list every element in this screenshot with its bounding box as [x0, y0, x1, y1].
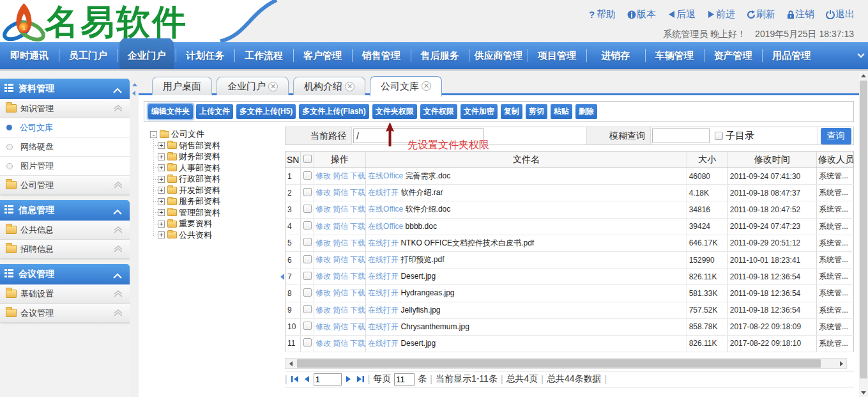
toolbar-button-多文件上传(Flash)[interactable]: 多文件上传(Flash) — [299, 104, 369, 119]
row-checkbox[interactable] — [303, 255, 312, 263]
op-link-修改[interactable]: 修改 — [316, 205, 331, 214]
op-link-下载[interactable]: 下载 — [350, 222, 365, 231]
op-link-简信[interactable]: 简信 — [333, 238, 348, 247]
vscroll-down-button[interactable] — [859, 388, 868, 397]
subdir-checkbox[interactable] — [715, 132, 723, 140]
hscroll-right-button[interactable] — [836, 359, 846, 368]
tab-公司文库[interactable]: 公司文库✕ — [370, 76, 442, 97]
quick-link-logout[interactable]: 注销 — [787, 8, 814, 20]
tab-close-icon[interactable]: ✕ — [268, 82, 278, 91]
op-link-下载[interactable]: 下载 — [350, 171, 365, 180]
sidebar-group-header-信息管理[interactable]: 信息管理 — [0, 200, 130, 221]
row-checkbox[interactable] — [303, 305, 312, 313]
tree-node-行政部资料[interactable]: +行政部资料 — [158, 174, 284, 185]
tree-node-管理部资料[interactable]: +管理部资料 — [158, 207, 284, 219]
next-page-button[interactable] — [345, 375, 353, 383]
tree-node-重要资料[interactable]: +重要资料 — [158, 219, 284, 230]
op-link-修改[interactable]: 修改 — [316, 272, 331, 281]
open-link[interactable]: 在线打开 — [368, 288, 399, 297]
tab-机构介绍[interactable]: 机构介绍✕ — [293, 77, 365, 95]
nav-item-员工门户[interactable]: 员工门户 — [59, 42, 118, 69]
nav-item-供应商管理[interactable]: 供应商管理 — [469, 42, 528, 69]
tree-node-销售部资料[interactable]: +销售部资料 — [158, 140, 284, 152]
toolbar-button-多文件上传(H5)[interactable]: 多文件上传(H5) — [236, 104, 296, 119]
op-link-简信[interactable]: 简信 — [333, 272, 348, 281]
toolbar-button-文件夹权限[interactable]: 文件夹权限 — [372, 104, 417, 119]
op-link-下载[interactable]: 下载 — [350, 238, 365, 247]
tree-node-公共资料[interactable]: +公共资料 — [158, 230, 284, 241]
first-page-button[interactable] — [291, 375, 300, 383]
nav-item-资产管理[interactable]: 资产管理 — [704, 42, 763, 69]
last-page-button[interactable] — [356, 375, 365, 383]
toolbar-button-剪切[interactable]: 剪切 — [526, 104, 547, 119]
page-size-input[interactable] — [394, 373, 415, 385]
tree-expand-icon[interactable]: + — [158, 198, 165, 205]
nav-item-工作流程[interactable]: 工作流程 — [234, 42, 293, 69]
open-link[interactable]: 在线Office — [368, 205, 403, 214]
row-checkbox[interactable] — [303, 272, 312, 280]
tree-expand-icon[interactable]: + — [158, 231, 165, 238]
sidebar-item-公司文库[interactable]: 公司文库 — [0, 118, 130, 137]
quick-link-refresh[interactable]: 刷新 — [747, 8, 775, 20]
toolbar-button-上传文件[interactable]: 上传文件 — [196, 104, 233, 119]
op-link-修改[interactable]: 修改 — [316, 322, 331, 331]
tree-node-人事部资料[interactable]: +人事部资料 — [158, 162, 284, 174]
tree-node-财务部资料[interactable]: +财务部资料 — [158, 152, 284, 163]
tree-expand-icon[interactable]: + — [158, 187, 165, 194]
sidebar-group-header-会议管理[interactable]: 会议管理 — [0, 264, 130, 284]
sidebar-splitter[interactable] — [130, 71, 139, 397]
vertical-scrollbar[interactable] — [859, 71, 868, 397]
op-link-简信[interactable]: 简信 — [333, 306, 348, 315]
quick-link-version[interactable]: 版本 — [627, 8, 656, 20]
quick-link-help[interactable]: ?帮助 — [588, 8, 616, 20]
open-link[interactable]: 在线打开 — [368, 255, 399, 264]
open-link[interactable]: 在线打开 — [368, 339, 399, 348]
op-link-下载[interactable]: 下载 — [350, 272, 365, 281]
toolbar-button-删除[interactable]: 删除 — [575, 104, 597, 119]
op-link-简信[interactable]: 简信 — [333, 188, 348, 197]
tab-close-icon[interactable]: ✕ — [422, 81, 431, 91]
tree-expand-icon[interactable]: + — [158, 153, 165, 160]
op-link-下载[interactable]: 下载 — [350, 205, 365, 214]
nav-item-企业门户[interactable]: 企业门户 — [118, 42, 176, 69]
row-checkbox[interactable] — [303, 188, 312, 196]
op-link-修改[interactable]: 修改 — [316, 188, 331, 197]
quick-link-exit[interactable]: 退出 — [826, 8, 855, 20]
op-link-简信[interactable]: 简信 — [333, 322, 348, 331]
toolbar-button-编辑文件夹[interactable]: 编辑文件夹 — [148, 104, 193, 119]
op-link-下载[interactable]: 下载 — [350, 188, 365, 197]
tree-node-服务部资料[interactable]: +服务部资料 — [158, 196, 284, 208]
op-link-修改[interactable]: 修改 — [316, 238, 331, 247]
select-all-checkbox[interactable] — [303, 155, 312, 163]
row-checkbox[interactable] — [303, 238, 312, 246]
op-link-修改[interactable]: 修改 — [316, 288, 331, 297]
sidebar-item-网络硬盘[interactable]: 网络硬盘 — [0, 137, 130, 157]
query-button[interactable]: 查询 — [821, 128, 851, 144]
open-link[interactable]: 在线打开 — [368, 188, 399, 197]
op-link-下载[interactable]: 下载 — [350, 339, 365, 348]
op-link-简信[interactable]: 简信 — [333, 205, 348, 214]
open-link[interactable]: 在线打开 — [368, 272, 399, 281]
tree-expand-icon[interactable]: + — [158, 221, 165, 228]
nav-item-销售管理[interactable]: 销售管理 — [352, 42, 411, 69]
row-checkbox[interactable] — [303, 338, 312, 346]
row-checkbox[interactable] — [303, 205, 312, 213]
nav-item-进销存[interactable]: 进销存 — [586, 42, 645, 69]
op-link-修改[interactable]: 修改 — [316, 255, 331, 264]
sidebar-item-知识管理[interactable]: 知识管理 — [0, 99, 130, 118]
sidebar-item-招聘信息[interactable]: 招聘信息 — [0, 240, 130, 259]
subdir-option[interactable]: 子目录 — [715, 130, 754, 142]
prev-page-button[interactable] — [303, 375, 310, 383]
nav-item-项目管理[interactable]: 项目管理 — [528, 42, 586, 69]
op-link-下载[interactable]: 下载 — [350, 306, 365, 315]
open-link[interactable]: 在线打开 — [368, 306, 399, 315]
sidebar-item-图片管理[interactable]: 图片管理 — [0, 157, 130, 176]
tree-expand-icon[interactable]: + — [158, 209, 165, 216]
row-checkbox[interactable] — [303, 221, 312, 230]
op-link-修改[interactable]: 修改 — [316, 222, 331, 231]
op-link-简信[interactable]: 简信 — [333, 288, 348, 297]
nav-chevron-down-icon[interactable] — [857, 51, 865, 60]
tree-expand-icon[interactable]: + — [158, 164, 165, 171]
tree-root[interactable]: - 公司文件 — [150, 128, 284, 140]
op-link-简信[interactable]: 简信 — [333, 339, 348, 348]
